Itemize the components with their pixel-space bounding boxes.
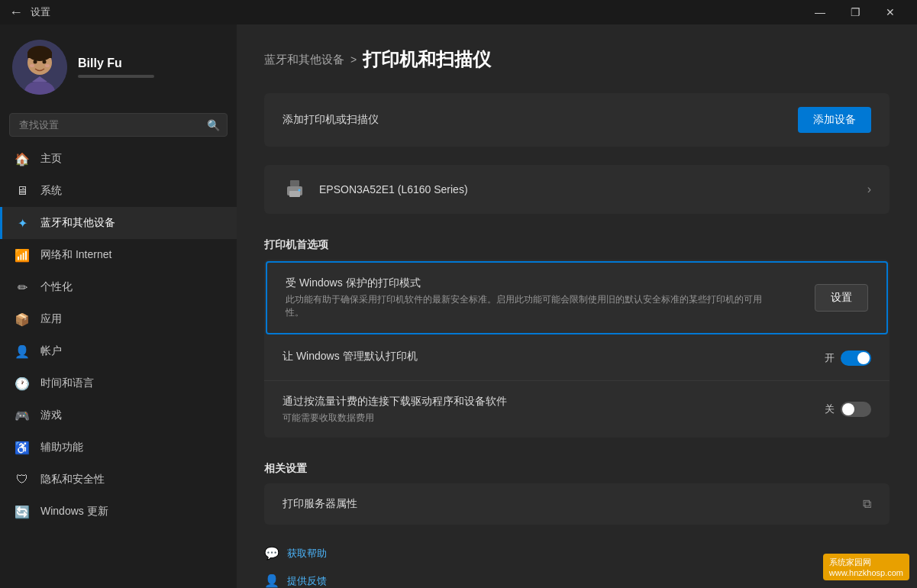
protected-mode-text: 受 Windows 保护的打印模式 此功能有助于确保采用打印机软件的最新安全标准… <box>286 276 796 319</box>
svg-point-12 <box>299 189 301 192</box>
protected-mode-row: 受 Windows 保护的打印模式 此功能有助于确保采用打印机软件的最新安全标准… <box>266 261 888 334</box>
games-icon: 🎮 <box>15 408 30 423</box>
watermark: 系统家园网www.hnzkhosp.com <box>823 554 909 580</box>
protected-mode-settings-button[interactable]: 设置 <box>815 284 868 312</box>
user-profile[interactable]: Billy Fu <box>0 24 237 110</box>
sidebar-item-time[interactable]: 🕐 时间和语言 <box>0 367 237 399</box>
get-help-link[interactable]: 💬 获取帮助 <box>264 543 890 564</box>
maximize-button[interactable]: ❐ <box>838 0 873 24</box>
nav-label-home: 主页 <box>40 152 62 166</box>
add-device-button[interactable]: 添加设备 <box>798 107 871 133</box>
get-help-icon: 💬 <box>264 546 279 561</box>
sidebar: Billy Fu 🔍 🏠 主页 🖥 系统 ✦ 蓝牙和其他设备 <box>0 24 237 588</box>
user-info: Billy Fu <box>78 57 154 78</box>
minimize-button[interactable]: — <box>802 0 838 24</box>
nav-label-system: 系统 <box>40 184 62 198</box>
content-area: 蓝牙和其他设备 > 打印机和扫描仪 添加打印机或扫描仪 添加设备 <box>237 24 917 588</box>
nav-label-apps: 应用 <box>40 312 62 326</box>
system-icon: 🖥 <box>15 183 30 199</box>
related-settings-title: 相关设置 <box>264 456 890 476</box>
sidebar-item-bluetooth[interactable]: ✦ 蓝牙和其他设备 <box>0 207 237 239</box>
metered-connection-action: 关 <box>825 402 871 417</box>
metered-connection-row: 通过按流量计费的连接下载驱动程序和设备软件 可能需要收取数据费用 关 <box>264 381 890 438</box>
window-controls: — ❐ ✕ <box>802 0 908 24</box>
main-layout: Billy Fu 🔍 🏠 主页 🖥 系统 ✦ 蓝牙和其他设备 <box>0 24 917 588</box>
printer-row[interactable]: EPSON3A52E1 (L6160 Series) › <box>264 165 890 214</box>
nav-label-accessibility: 辅助功能 <box>40 441 83 454</box>
print-server-label: 打印服务器属性 <box>283 497 357 511</box>
sidebar-item-system[interactable]: 🖥 系统 <box>0 175 237 207</box>
feedback-icon: 👤 <box>264 573 279 588</box>
printer-preferences-section: 打印机首选项 受 Windows 保护的打印模式 此功能有助于确保采用打印机软件… <box>264 232 890 438</box>
sidebar-item-personalization[interactable]: ✏ 个性化 <box>0 271 237 303</box>
back-button[interactable]: ← <box>9 5 23 21</box>
nav-label-privacy: 隐私和安全性 <box>40 473 105 486</box>
bluetooth-icon: ✦ <box>15 215 30 231</box>
print-server-row[interactable]: 打印服务器属性 ⧉ <box>264 483 890 525</box>
protected-mode-title: 受 Windows 保护的打印模式 <box>286 276 796 290</box>
nav-label-bluetooth: 蓝牙和其他设备 <box>40 216 115 230</box>
sidebar-item-apps[interactable]: 📦 应用 <box>0 303 237 335</box>
svg-point-6 <box>43 60 47 64</box>
network-icon: 📶 <box>15 247 30 263</box>
sidebar-item-update[interactable]: 🔄 Windows 更新 <box>0 496 237 528</box>
related-settings-card: 打印服务器属性 ⧉ <box>264 483 890 525</box>
metered-connection-text: 通过按流量计费的连接下载驱动程序和设备软件 可能需要收取数据费用 <box>283 395 806 425</box>
metered-connection-title: 通过按流量计费的连接下载驱动程序和设备软件 <box>283 395 806 409</box>
update-icon: 🔄 <box>15 504 30 519</box>
external-link-icon: ⧉ <box>863 497 871 511</box>
svg-point-5 <box>34 60 37 64</box>
protected-mode-desc: 此功能有助于确保采用打印机软件的最新安全标准。启用此功能可能会限制使用旧的默认安… <box>286 293 774 319</box>
metered-connection-toggle-label: 关 <box>825 402 835 416</box>
metered-connection-desc: 可能需要收取数据费用 <box>283 412 771 425</box>
add-device-row: 添加打印机或扫描仪 添加设备 <box>264 93 890 147</box>
accessibility-icon: ♿ <box>15 440 30 455</box>
svg-rect-4 <box>27 52 52 58</box>
search-box: 🔍 <box>9 113 228 137</box>
nav-label-update: Windows 更新 <box>40 505 108 519</box>
nav-label-accounts: 帐户 <box>40 344 62 358</box>
sidebar-item-network[interactable]: 📶 网络和 Internet <box>0 239 237 271</box>
printer-name: EPSON3A52E1 (L6160 Series) <box>319 183 855 195</box>
manage-default-row: 让 Windows 管理默认打印机 开 <box>264 336 890 381</box>
titlebar: ← 设置 — ❐ ✕ <box>0 0 917 24</box>
printer-preferences-title: 打印机首选项 <box>264 232 890 252</box>
breadcrumb-parent[interactable]: 蓝牙和其他设备 <box>264 53 344 67</box>
close-button[interactable]: ✕ <box>873 0 908 24</box>
home-icon: 🏠 <box>15 151 30 166</box>
sidebar-item-privacy[interactable]: 🛡 隐私和安全性 <box>0 464 237 496</box>
get-help-label: 获取帮助 <box>287 547 327 561</box>
sidebar-item-accessibility[interactable]: ♿ 辅助功能 <box>0 431 237 464</box>
manage-default-toggle-label: 开 <box>825 351 835 365</box>
user-name: Billy Fu <box>78 57 154 70</box>
protected-mode-action: 设置 <box>815 284 868 312</box>
feedback-link[interactable]: 👤 提供反馈 <box>264 570 890 588</box>
sidebar-item-games[interactable]: 🎮 游戏 <box>0 399 237 431</box>
nav-label-personalization: 个性化 <box>40 280 73 294</box>
sidebar-item-accounts[interactable]: 👤 帐户 <box>0 335 237 367</box>
sidebar-item-home[interactable]: 🏠 主页 <box>0 143 237 175</box>
add-device-label: 添加打印机或扫描仪 <box>283 113 379 127</box>
toggle-knob <box>857 352 870 364</box>
time-icon: 🕐 <box>15 376 30 391</box>
add-device-section: 添加打印机或扫描仪 添加设备 <box>264 93 890 147</box>
toggle-knob-off <box>842 403 854 415</box>
apps-icon: 📦 <box>15 312 30 327</box>
printer-preferences-card: 受 Windows 保护的打印模式 此功能有助于确保采用打印机软件的最新安全标准… <box>264 260 890 438</box>
manage-default-toggle[interactable] <box>841 351 871 366</box>
printer-chevron-icon: › <box>867 183 871 196</box>
search-input[interactable] <box>9 113 228 137</box>
breadcrumb-current: 打印机和扫描仪 <box>363 47 491 72</box>
nav-label-network: 网络和 Internet <box>40 248 111 262</box>
privacy-icon: 🛡 <box>15 472 30 487</box>
manage-default-text: 让 Windows 管理默认打印机 <box>283 350 806 367</box>
breadcrumb-separator: > <box>350 53 357 66</box>
manage-default-action: 开 <box>825 351 871 366</box>
related-settings-section: 相关设置 打印服务器属性 ⧉ <box>264 456 890 525</box>
svg-rect-10 <box>290 180 299 186</box>
help-section: 💬 获取帮助 👤 提供反馈 <box>264 543 890 588</box>
svg-point-7 <box>30 64 34 67</box>
nav-label-time: 时间和语言 <box>40 376 94 390</box>
metered-connection-toggle[interactable] <box>841 402 871 417</box>
printer-icon <box>283 177 307 202</box>
